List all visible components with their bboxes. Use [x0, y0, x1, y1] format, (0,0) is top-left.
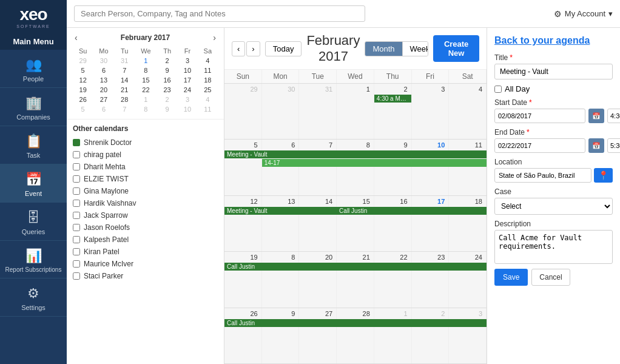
- calendar-checkbox[interactable]: [73, 187, 80, 195]
- mini-calendar-day[interactable]: 6: [93, 104, 114, 114]
- today-button[interactable]: Today: [265, 41, 302, 56]
- mini-calendar-day[interactable]: 12: [73, 75, 93, 85]
- end-time-input[interactable]: [607, 138, 620, 153]
- calendar-event[interactable]: 14-17: [262, 159, 487, 167]
- month-day[interactable]: 12: [224, 196, 262, 251]
- end-date-calendar-button[interactable]: 📅: [588, 138, 604, 153]
- mini-calendar-day[interactable]: 13: [93, 75, 114, 85]
- month-day[interactable]: 31: [299, 84, 337, 139]
- calendar-checkbox[interactable]: [73, 272, 80, 280]
- month-day[interactable]: 4: [449, 84, 487, 139]
- mini-calendar-day[interactable]: 22: [135, 85, 157, 95]
- month-day[interactable]: 14: [299, 196, 337, 251]
- allday-checkbox[interactable]: [494, 86, 502, 93]
- account-button[interactable]: ⚙ My Account ▾: [554, 9, 613, 19]
- mini-calendar-day[interactable]: 28: [115, 95, 135, 104]
- month-day[interactable]: 3: [449, 308, 487, 363]
- mini-calendar-day[interactable]: 23: [157, 85, 177, 95]
- mini-calendar-day[interactable]: 6: [93, 66, 114, 75]
- month-day[interactable]: 7: [299, 140, 337, 195]
- mini-calendar-day[interactable]: 11: [198, 104, 218, 114]
- calendar-event[interactable]: Call Justin: [224, 263, 487, 271]
- calendar-event[interactable]: Meeting - Vault: [224, 207, 337, 215]
- mini-calendar-day[interactable]: 2: [157, 95, 177, 104]
- calendar-event[interactable]: 4:30 a Meeting - Vault: [374, 95, 411, 103]
- search-input[interactable]: [74, 5, 365, 22]
- calendar-checkbox[interactable]: [73, 260, 80, 268]
- month-day[interactable]: 28: [337, 308, 374, 363]
- mini-calendar-day[interactable]: 8: [135, 104, 157, 114]
- month-day[interactable]: 13: [262, 196, 300, 251]
- location-pin-button[interactable]: 📍: [594, 168, 613, 183]
- agenda-link[interactable]: Back to your agenda: [494, 35, 613, 46]
- mini-calendar-day[interactable]: 4: [198, 95, 218, 104]
- month-day[interactable]: 30: [262, 84, 300, 139]
- calendar-checkbox[interactable]: [73, 248, 80, 255]
- month-day[interactable]: 2 4:30 a Meeting - Vault: [374, 84, 412, 139]
- mini-calendar-day[interactable]: 17: [177, 75, 197, 85]
- month-view-button[interactable]: Month: [365, 42, 402, 56]
- case-select[interactable]: Select: [494, 198, 613, 215]
- mini-calendar-day[interactable]: 14: [115, 75, 135, 85]
- month-day[interactable]: 26: [224, 308, 262, 363]
- month-day[interactable]: 10: [412, 140, 450, 195]
- calendar-checkbox[interactable]: [73, 200, 80, 207]
- calendar-checkbox[interactable]: [73, 224, 80, 231]
- mini-calendar-day[interactable]: 3: [177, 95, 197, 104]
- month-day[interactable]: 22: [374, 252, 412, 307]
- title-input[interactable]: [494, 64, 613, 79]
- mini-calendar-day[interactable]: 9: [157, 104, 177, 114]
- sidebar-item-companies[interactable]: 🏢 Companies: [0, 88, 67, 126]
- mini-calendar-day[interactable]: 4: [198, 56, 218, 66]
- calendar-event[interactable]: Call Justin: [337, 207, 487, 215]
- location-input[interactable]: [494, 168, 591, 183]
- mini-calendar-day[interactable]: 11: [198, 66, 218, 75]
- sidebar-item-task[interactable]: 📋 Task: [0, 126, 67, 164]
- mini-calendar-day[interactable]: 19: [73, 85, 93, 95]
- month-day[interactable]: 5: [224, 140, 262, 195]
- month-day[interactable]: 9: [374, 140, 412, 195]
- week-view-button[interactable]: Week: [403, 42, 429, 56]
- month-day[interactable]: 1: [337, 84, 374, 139]
- mini-calendar-day[interactable]: 20: [93, 85, 114, 95]
- month-day[interactable]: 27: [299, 308, 337, 363]
- mini-calendar-day[interactable]: 3: [177, 56, 197, 66]
- mini-calendar-day[interactable]: 5: [73, 66, 93, 75]
- calendar-checkbox[interactable]: [73, 175, 80, 183]
- mini-calendar-day[interactable]: 16: [157, 75, 177, 85]
- mini-calendar-day[interactable]: 24: [177, 85, 197, 95]
- month-day[interactable]: 11: [449, 140, 487, 195]
- mini-calendar-day[interactable]: 21: [115, 85, 135, 95]
- mini-prev-button[interactable]: ‹: [73, 33, 79, 42]
- mini-calendar-day[interactable]: 31: [115, 56, 135, 66]
- cancel-button[interactable]: Cancel: [531, 269, 570, 286]
- month-day[interactable]: 8: [262, 252, 300, 307]
- description-textarea[interactable]: Call Acme for Vault requirements.: [494, 230, 613, 264]
- mini-calendar-day[interactable]: 15: [135, 75, 157, 85]
- start-date-input[interactable]: [494, 109, 585, 123]
- mini-calendar-day[interactable]: 1: [135, 56, 157, 66]
- month-day[interactable]: 20: [299, 252, 337, 307]
- calendar-checkbox[interactable]: [73, 212, 80, 219]
- mini-calendar-day[interactable]: 2: [157, 56, 177, 66]
- month-day[interactable]: 6: [262, 140, 300, 195]
- sidebar-item-queries[interactable]: 🗄 Queries: [0, 203, 67, 241]
- month-day[interactable]: 18: [449, 196, 487, 251]
- end-date-input[interactable]: [494, 138, 585, 153]
- mini-calendar-day[interactable]: 26: [73, 95, 93, 104]
- cal-next-button[interactable]: ›: [246, 41, 260, 56]
- create-new-button[interactable]: Create New: [433, 35, 479, 62]
- mini-calendar-day[interactable]: 9: [157, 66, 177, 75]
- cal-prev-button[interactable]: ‹: [232, 41, 245, 56]
- mini-calendar-day[interactable]: 1: [135, 95, 157, 104]
- save-button[interactable]: Save: [494, 269, 528, 286]
- mini-calendar-day[interactable]: 10: [177, 104, 197, 114]
- mini-calendar-day[interactable]: 25: [198, 85, 218, 95]
- start-time-input[interactable]: [607, 109, 620, 123]
- month-day[interactable]: 23: [412, 252, 450, 307]
- calendar-event[interactable]: Call Justin: [224, 319, 487, 327]
- mini-next-button[interactable]: ›: [211, 33, 218, 42]
- mini-calendar-day[interactable]: 8: [135, 66, 157, 75]
- sidebar-item-people[interactable]: 👥 People: [0, 50, 67, 88]
- calendar-checkbox[interactable]: [73, 236, 80, 243]
